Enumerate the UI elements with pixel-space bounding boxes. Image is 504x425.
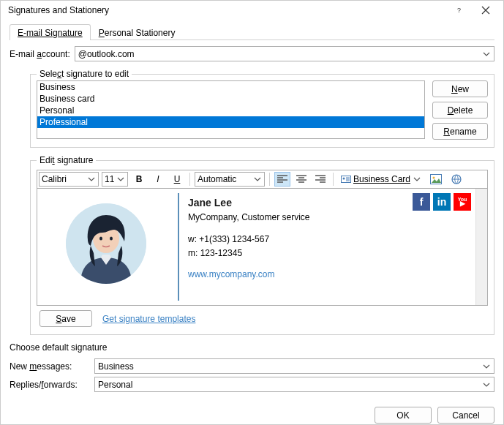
select-signature-legend: Select signature to edit <box>37 69 132 79</box>
save-button[interactable]: Save <box>40 310 92 327</box>
vertical-divider <box>178 193 179 301</box>
phone-mobile: m: 123-12345 <box>188 247 484 260</box>
tab-personal-stationery[interactable]: Personal Stationery <box>91 24 184 40</box>
chevron-down-icon <box>482 50 491 59</box>
default-signature-legend: Choose default signature <box>10 342 107 353</box>
chevron-down-icon <box>482 380 491 389</box>
signature-url: www.mycompany.com <box>188 268 484 282</box>
align-right-icon <box>315 175 326 184</box>
close-button[interactable] <box>473 1 499 20</box>
info-column: f in You▶ Jane Lee MyCompany, Customer s… <box>185 192 487 302</box>
new-messages-value: Business <box>98 361 134 372</box>
align-left-icon <box>277 175 287 184</box>
svg-point-4 <box>433 177 435 179</box>
signature-editor[interactable]: f in You▶ Jane Lee MyCompany, Customer s… <box>37 189 488 306</box>
delete-button[interactable]: Delete <box>432 102 488 119</box>
svg-point-9 <box>110 237 113 241</box>
dialog-window: Signatures and Stationery ? E-mail Signa… <box>0 0 504 425</box>
separator <box>333 173 334 186</box>
font-color-select[interactable]: Automatic <box>195 172 265 187</box>
new-messages-select[interactable]: Business <box>94 358 494 374</box>
insert-picture-button[interactable] <box>427 172 445 187</box>
chevron-down-icon <box>116 175 125 184</box>
list-item[interactable]: Business card <box>37 93 424 105</box>
email-account-label: E-mail account: <box>10 49 70 59</box>
align-center-button[interactable] <box>293 172 309 187</box>
social-icons: f in You▶ <box>413 193 471 211</box>
close-icon <box>481 6 490 15</box>
facebook-icon[interactable]: f <box>413 193 430 211</box>
edit-signature-group: Edit signature Calibri 11 B I U Automati… <box>30 155 494 335</box>
dialog-footer: OK Cancel <box>1 399 503 425</box>
title-text: Signatures and Stationery <box>8 5 109 15</box>
chevron-down-icon <box>482 362 491 371</box>
signature-listbox[interactable]: Business Business card Personal Professi… <box>37 80 425 139</box>
tab-label: E-mail Signature <box>18 28 83 38</box>
list-item[interactable]: Professional <box>37 116 424 128</box>
underline-button[interactable]: U <box>169 172 185 187</box>
font-select[interactable]: Calibri <box>39 172 99 187</box>
edit-signature-legend: Edit signature <box>37 155 96 165</box>
chevron-down-icon <box>413 175 421 184</box>
dialog-body: E-mail Signature Personal Stationery E-m… <box>1 20 503 399</box>
titlebar: Signatures and Stationery ? <box>1 1 503 20</box>
replies-forwards-value: Personal <box>98 380 132 390</box>
replies-forwards-label: Replies/forwards: <box>10 380 90 390</box>
cancel-button[interactable]: Cancel <box>437 407 494 424</box>
email-account-row: E-mail account: @outlook.com <box>10 46 494 61</box>
ok-button[interactable]: OK <box>375 407 432 424</box>
new-messages-label: New messages: <box>10 361 90 372</box>
insert-hyperlink-button[interactable] <box>448 172 465 187</box>
replies-forwards-select[interactable]: Personal <box>94 377 494 392</box>
help-icon: ? <box>455 6 464 15</box>
italic-button[interactable]: I <box>150 172 166 187</box>
font-size-select[interactable]: 11 <box>102 172 128 187</box>
align-center-icon <box>296 175 306 184</box>
email-account-select[interactable]: @outlook.com <box>75 46 494 61</box>
phone-work: w: +1(333) 1234-567 <box>188 233 484 247</box>
list-item[interactable]: Business <box>37 81 424 93</box>
editor-footer: Save Get signature templates <box>37 310 488 327</box>
chevron-down-icon <box>87 175 96 184</box>
tab-strip: E-mail Signature Personal Stationery <box>10 23 494 40</box>
align-right-button[interactable] <box>312 172 328 187</box>
email-account-value: @outlook.com <box>78 49 135 59</box>
picture-icon <box>430 174 442 184</box>
avatar-column <box>40 192 172 302</box>
window-title: Signatures and Stationery <box>8 5 446 15</box>
youtube-icon[interactable]: You▶ <box>454 193 471 211</box>
editor-toolbar: Calibri 11 B I U Automatic <box>37 170 488 189</box>
tab-email-signature[interactable]: E-mail Signature <box>10 24 91 40</box>
business-card-icon <box>341 175 351 184</box>
svg-point-2 <box>343 178 345 180</box>
new-button[interactable]: New <box>432 80 488 97</box>
bold-button[interactable]: B <box>131 172 147 187</box>
select-signature-group: Select signature to edit Business Busine… <box>30 69 494 148</box>
signature-buttons: New Delete Rename <box>432 80 488 140</box>
hyperlink-icon <box>451 173 462 185</box>
get-templates-link[interactable]: Get signature templates <box>102 314 195 324</box>
rename-button[interactable]: Rename <box>432 123 488 140</box>
signature-preview: f in You▶ Jane Lee MyCompany, Customer s… <box>37 189 487 305</box>
linkedin-icon[interactable]: in <box>433 193 451 211</box>
avatar-image <box>66 203 146 284</box>
separator <box>269 173 270 186</box>
list-item[interactable]: Personal <box>37 105 424 116</box>
chevron-down-icon <box>253 175 262 184</box>
editor-scrollbar[interactable] <box>475 189 487 305</box>
default-signature-group: Choose default signature New messages: B… <box>10 342 494 392</box>
separator <box>189 173 190 186</box>
align-left-button[interactable] <box>274 172 290 187</box>
svg-point-8 <box>99 237 102 241</box>
signature-company: MyCompany, Customer service <box>188 211 484 225</box>
business-card-button[interactable]: Business Card <box>338 172 424 187</box>
svg-text:?: ? <box>457 7 461 14</box>
help-button[interactable]: ? <box>446 1 473 20</box>
